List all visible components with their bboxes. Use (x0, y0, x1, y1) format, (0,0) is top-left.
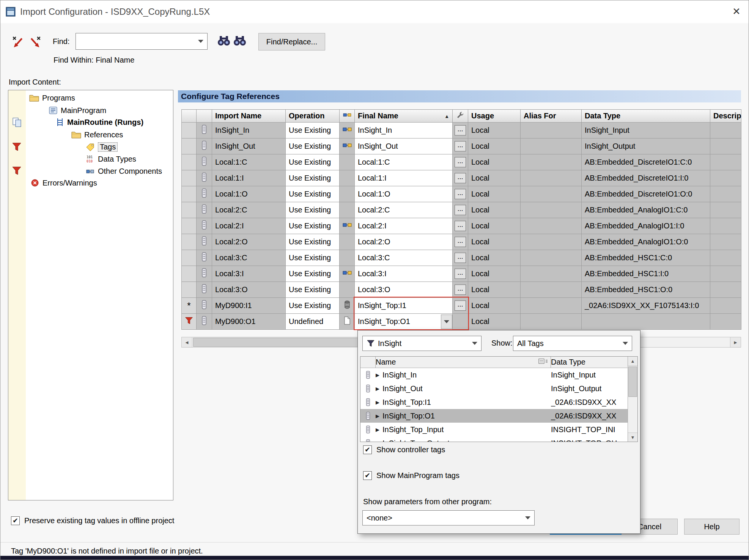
browse-button[interactable]: ... (455, 253, 466, 263)
scroll-down-icon[interactable]: ▼ (628, 433, 637, 442)
row-selector[interactable] (182, 282, 197, 298)
final-name-cell[interactable]: Local:2:C (355, 202, 453, 218)
find-down-binoculars-icon[interactable] (217, 35, 231, 47)
expand-arrow-icon[interactable]: ▶ (376, 372, 379, 378)
list-item-selected[interactable]: ▶InSight_Top:O1 _02A6:ISD9XX_XX (360, 409, 637, 423)
row-selector[interactable] (182, 123, 197, 138)
operation-cell[interactable]: Use Existing (286, 170, 340, 186)
operation-cell[interactable]: Use Existing (286, 266, 340, 282)
final-name-cell[interactable]: Local:2:I (355, 218, 453, 234)
final-name-cell[interactable]: Local:1:I (355, 170, 453, 186)
expand-arrow-icon[interactable]: ▶ (376, 427, 379, 433)
tree-item-errors-warnings[interactable]: Errors/Warnings (30, 177, 97, 189)
list-item[interactable]: ▶InSight_Top_Input INSIGHT_TOP_INI (360, 423, 637, 436)
show-mainprogram-tags-checkbox[interactable]: ✔ (363, 471, 372, 480)
scrollbar-thumb[interactable] (628, 367, 637, 397)
row-selector[interactable] (182, 266, 197, 282)
data-type-header[interactable]: Data Type (582, 110, 710, 123)
tree-item-mainprogram[interactable]: MainProgram (49, 105, 106, 116)
row-selector[interactable] (182, 170, 197, 186)
find-replace-button[interactable]: Find/Replace... (258, 33, 325, 50)
final-name-cell[interactable]: Local:3:C (355, 250, 453, 266)
tree-item-data-types[interactable]: Data Types (86, 153, 136, 165)
list-item[interactable]: ▶InSight_Top:I1 _02A6:ISD9XX_XX (360, 395, 637, 409)
row-selector-filter-icon[interactable] (182, 314, 197, 330)
row-selector[interactable] (182, 202, 197, 218)
expand-arrow-icon[interactable]: ▶ (376, 413, 379, 419)
scroll-left-icon[interactable]: ◄ (182, 337, 192, 347)
list-item[interactable]: ▶InSight_Out InSight_Output (360, 382, 637, 395)
operation-cell[interactable]: Use Existing (286, 298, 340, 314)
name-header[interactable]: Name (376, 357, 551, 368)
final-name-cell[interactable]: Local:1:O (355, 186, 453, 202)
scroll-right-icon[interactable]: ► (730, 337, 741, 347)
chevron-down-icon[interactable] (441, 315, 452, 329)
browse-button[interactable]: ... (455, 221, 466, 231)
browse-button[interactable]: ... (455, 173, 466, 183)
final-name-cell[interactable]: InSight_Top:I1 (355, 298, 453, 314)
scroll-up-icon[interactable]: ▲ (628, 357, 637, 366)
browse-button[interactable]: ... (455, 125, 466, 135)
browse-button[interactable]: ... (455, 157, 466, 167)
list-item[interactable]: ▶InSight_Top_Output INSIGHT_TOP_OU (360, 436, 637, 442)
operation-cell[interactable]: Use Existing (286, 186, 340, 202)
operation-cell[interactable]: Use Existing (286, 218, 340, 234)
final-name-cell[interactable]: InSight_In (355, 123, 453, 138)
expand-arrow-icon[interactable]: ▶ (376, 440, 379, 442)
final-name-combobox[interactable]: InSight_Top:O1 (355, 314, 452, 329)
final-name-cell[interactable]: Local:3:I (355, 266, 453, 282)
usage-header[interactable]: Usage (468, 110, 521, 123)
expand-arrow-icon[interactable]: ▶ (376, 400, 379, 405)
operation-cell[interactable]: Use Existing (286, 282, 340, 298)
tree-item-programs[interactable]: Programs (29, 92, 75, 104)
browse-button[interactable]: ... (455, 285, 466, 295)
browse-button[interactable]: ... (455, 237, 466, 247)
import-prev-icon[interactable] (11, 35, 24, 49)
alias-for-header[interactable]: Alias For (521, 110, 582, 123)
import-name-header[interactable]: Import Name (212, 110, 286, 123)
tree-item-references[interactable]: References (71, 129, 123, 140)
expand-arrow-icon[interactable]: ▶ (376, 386, 379, 392)
show-combobox[interactable]: All Tags (513, 336, 632, 351)
name-sort-icon[interactable] (538, 358, 548, 367)
data-type-header[interactable]: Data Type (551, 358, 628, 367)
operation-header[interactable]: Operation (286, 110, 340, 123)
operation-cell[interactable]: Use Existing (286, 234, 340, 250)
preserve-tags-checkbox[interactable]: ✔ (11, 516, 20, 525)
list-item[interactable]: ▶InSight_In InSight_Input (360, 368, 637, 382)
row-selector[interactable] (182, 186, 197, 202)
operation-cell[interactable]: Use Existing (286, 250, 340, 266)
help-button[interactable]: Help (684, 519, 740, 535)
final-name-cell[interactable]: InSight_Out (355, 138, 453, 154)
browse-button[interactable]: ... (455, 269, 466, 279)
tree-item-mainroutine[interactable]: MainRoutine (Rungs) (56, 116, 143, 128)
tag-filter-combobox[interactable]: InSight (362, 336, 482, 351)
operation-cell[interactable]: Use Existing (286, 138, 340, 154)
browse-button[interactable]: ... (455, 205, 466, 215)
operation-cell[interactable]: Undefined (286, 314, 340, 330)
row-selector[interactable] (182, 250, 197, 266)
description-header[interactable]: Description (710, 110, 741, 123)
final-name-cell[interactable]: Local:3:O (355, 282, 453, 298)
row-selector[interactable] (182, 138, 197, 154)
row-selector[interactable] (182, 218, 197, 234)
tree-item-tags[interactable]: Tags (86, 141, 118, 153)
show-controller-tags-checkbox[interactable]: ✔ (363, 445, 372, 454)
final-name-cell[interactable]: Local:1:C (355, 154, 453, 170)
row-selector[interactable]: * (182, 298, 197, 314)
browse-button[interactable]: ... (455, 141, 466, 151)
operation-cell[interactable]: Use Existing (286, 154, 340, 170)
find-up-binoculars-icon[interactable] (233, 35, 247, 47)
other-program-combobox[interactable]: <none> (362, 510, 535, 525)
row-selector[interactable] (182, 234, 197, 250)
browse-button[interactable]: ... (455, 189, 466, 199)
row-selector[interactable] (182, 154, 197, 170)
find-combobox[interactable] (76, 33, 208, 50)
operation-cell[interactable]: Use Existing (286, 202, 340, 218)
browse-button[interactable]: ... (455, 300, 466, 311)
import-next-icon[interactable] (29, 35, 42, 49)
tree-item-other-components[interactable]: Other Components (86, 165, 162, 177)
vertical-scrollbar[interactable]: ▲ ▼ (628, 357, 637, 442)
close-icon[interactable]: ✕ (724, 0, 749, 22)
final-name-header[interactable]: Final Name▲ (355, 110, 453, 123)
